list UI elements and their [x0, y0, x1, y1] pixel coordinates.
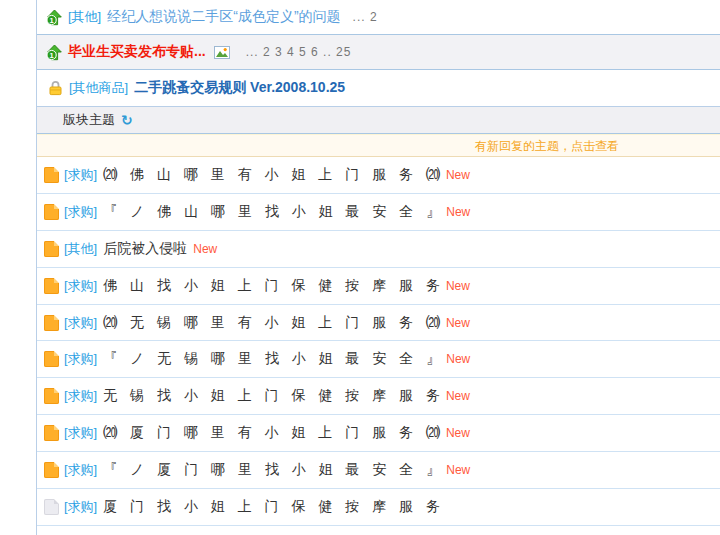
thread-row: [求购] 『 ノ 厦 门 哪 里 找 小 姐 最 安 全 』 New	[37, 452, 720, 489]
section-header: 版块主题 ↻	[37, 107, 720, 134]
image-attachment-icon	[214, 46, 230, 59]
folder-hot-icon	[44, 167, 59, 183]
sticky-category-link[interactable]: [其他]	[68, 8, 101, 26]
new-replies-notice-bar: 有新回复的主题，点击查看	[37, 134, 720, 157]
thread-title-link[interactable]: ⒇ 佛 山 哪 里 有 小 姐 上 门 服 务 ⒇	[103, 166, 440, 184]
new-badge: New	[446, 463, 470, 477]
thread-title-link[interactable]: 后院被入侵啦	[103, 240, 187, 258]
folder-hot-icon	[44, 425, 59, 441]
thread-table: 1 [其他] 经纪人想说说二手区“成色定义”的问题 ... 2 1 毕业生买卖发…	[37, 0, 720, 526]
sticky-thread-row-3: [其他商品] 二手跳蚤交易规则 Ver.2008.10.25	[37, 70, 720, 107]
pinned-up-arrow-icon: 1	[46, 9, 63, 26]
new-badge: New	[446, 426, 470, 440]
folder-hot-icon	[44, 388, 59, 404]
thread-title-link[interactable]: ⒇ 厦 门 哪 里 有 小 姐 上 门 服 务 ⒇	[103, 424, 440, 442]
new-badge: New	[446, 168, 470, 182]
thread-category-link[interactable]: [求购]	[64, 350, 97, 368]
rules-thread-title-link[interactable]: 二手跳蚤交易规则 Ver.2008.10.25	[134, 79, 345, 97]
new-badge: New	[193, 242, 217, 256]
new-badge: New	[446, 389, 470, 403]
thread-row: [求购] 佛 山 找 小 姐 上 门 保 健 按 摩 服 务 New	[37, 268, 720, 305]
thread-title-link[interactable]: ⒇ 无 锡 哪 里 有 小 姐 上 门 服 务 ⒇	[103, 314, 440, 332]
thread-pagination[interactable]: ... 2	[353, 10, 378, 24]
sticky-category-link[interactable]: [其他商品]	[69, 79, 128, 97]
folder-hot-icon	[44, 204, 59, 220]
thread-title-link[interactable]: 『 ノ 佛 山 哪 里 找 小 姐 最 安 全 』	[103, 203, 440, 221]
sticky-thread-row-2: 1 毕业生买卖发布专贴... ... 2 3 4 5 6 .. 25	[37, 35, 720, 70]
new-badge: New	[446, 279, 470, 293]
folder-hot-icon	[44, 315, 59, 331]
pinned-up-arrow-icon: 1	[46, 44, 63, 61]
folder-normal-icon	[44, 499, 59, 515]
section-title: 版块主题	[63, 111, 115, 129]
lock-icon	[48, 80, 63, 96]
thread-row: [求购] ⒇ 佛 山 哪 里 有 小 姐 上 门 服 务 ⒇ New	[37, 157, 720, 194]
thread-category-link[interactable]: [求购]	[64, 314, 97, 332]
thread-row: [求购] 厦 门 找 小 姐 上 门 保 健 按 摩 服 务	[37, 489, 720, 526]
thread-category-link[interactable]: [其他]	[64, 240, 97, 258]
thread-row: [其他] 后院被入侵啦 New	[37, 231, 720, 268]
thread-category-link[interactable]: [求购]	[64, 387, 97, 405]
pin-badge-number: 1	[50, 50, 54, 59]
thread-category-link[interactable]: [求购]	[64, 166, 97, 184]
new-badge: New	[446, 316, 470, 330]
folder-hot-icon	[44, 278, 59, 294]
thread-row: [求购] ⒇ 无 锡 哪 里 有 小 姐 上 门 服 务 ⒇ New	[37, 305, 720, 342]
thread-pagination[interactable]: ... 2 3 4 5 6 .. 25	[246, 45, 352, 59]
sticky-thread-row-1: 1 [其他] 经纪人想说说二手区“成色定义”的问题 ... 2	[37, 0, 720, 35]
sticky-thread-title-link[interactable]: 经纪人想说说二手区“成色定义”的问题	[107, 8, 340, 26]
thread-title-link[interactable]: 厦 门 找 小 姐 上 门 保 健 按 摩 服 务	[103, 498, 440, 516]
folder-hot-icon	[44, 462, 59, 478]
thread-row: [求购] 『 ノ 无 锡 哪 里 找 小 姐 最 安 全 』 New	[37, 341, 720, 378]
new-badge: New	[446, 205, 470, 219]
thread-row: [求购] 『 ノ 佛 山 哪 里 找 小 姐 最 安 全 』 New	[37, 194, 720, 231]
thread-category-link[interactable]: [求购]	[64, 424, 97, 442]
thread-title-link[interactable]: 无 锡 找 小 姐 上 门 保 健 按 摩 服 务	[103, 387, 440, 405]
thread-title-link[interactable]: 『 ノ 厦 门 哪 里 找 小 姐 最 安 全 』	[103, 461, 440, 479]
thread-title-link[interactable]: 佛 山 找 小 姐 上 门 保 健 按 摩 服 务	[103, 277, 440, 295]
thread-category-link[interactable]: [求购]	[64, 203, 97, 221]
thread-category-link[interactable]: [求购]	[64, 461, 97, 479]
thread-category-link[interactable]: [求购]	[64, 498, 97, 516]
new-replies-link[interactable]: 有新回复的主题，点击查看	[475, 137, 619, 154]
sticky-thread-title-link[interactable]: 毕业生买卖发布专贴...	[68, 43, 206, 61]
new-badge: New	[446, 352, 470, 366]
forum-thread-list-page: 1 [其他] 经纪人想说说二手区“成色定义”的问题 ... 2 1 毕业生买卖发…	[0, 0, 720, 535]
pin-badge-number: 1	[50, 15, 54, 24]
refresh-icon[interactable]: ↻	[121, 113, 133, 127]
thread-row: [求购] 无 锡 找 小 姐 上 门 保 健 按 摩 服 务 New	[37, 378, 720, 415]
thread-title-link[interactable]: 『 ノ 无 锡 哪 里 找 小 姐 最 安 全 』	[103, 350, 440, 368]
folder-hot-icon	[44, 351, 59, 367]
thread-category-link[interactable]: [求购]	[64, 277, 97, 295]
folder-hot-icon	[44, 241, 59, 257]
thread-row: [求购] ⒇ 厦 门 哪 里 有 小 姐 上 门 服 务 ⒇ New	[37, 415, 720, 452]
